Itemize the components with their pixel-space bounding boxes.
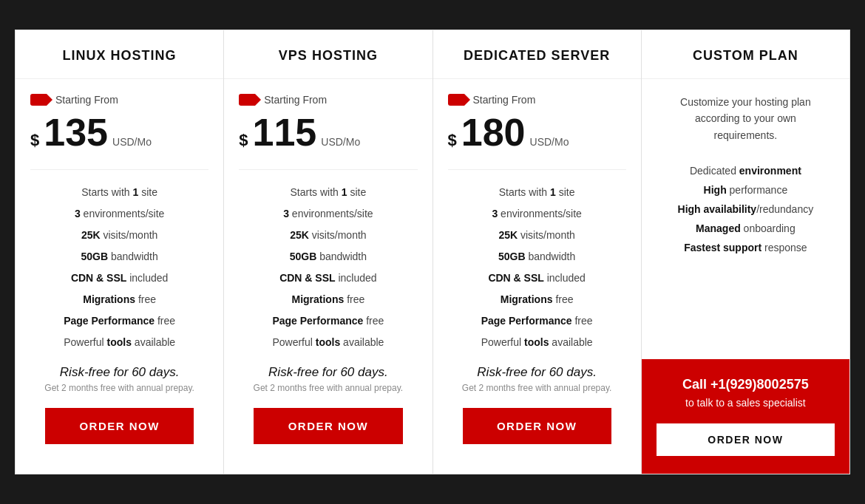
starting-from-dedicated: Starting From: [448, 94, 626, 106]
feature-item: 50GB bandwidth: [448, 246, 626, 268]
starting-from-vps: Starting From: [239, 94, 417, 106]
order-button-custom[interactable]: ORDER NOW: [657, 423, 835, 456]
card-linux: LINUX HOSTING Starting From $ 135 USD/Mo…: [15, 30, 224, 474]
card-body-vps: Starting From $ 115 USD/Mo Starts with 1…: [224, 79, 432, 474]
feature-item: Starts with 1 site: [239, 182, 417, 203]
feature-item: Starts with 1 site: [30, 182, 208, 203]
card-body-dedicated: Starting From $ 180 USD/Mo Starts with 1…: [433, 79, 641, 474]
custom-feature-item: Fastest support response: [657, 238, 835, 257]
pricing-container: LINUX HOSTING Starting From $ 135 USD/Mo…: [15, 30, 850, 474]
feature-item: CDN & SSL included: [30, 268, 208, 289]
order-button-dedicated[interactable]: ORDER NOW: [463, 408, 611, 444]
card-title-linux: LINUX HOSTING: [30, 48, 208, 64]
price-period-dedicated: USD/Mo: [530, 136, 569, 148]
card-vps: VPS HOSTING Starting From $ 115 USD/Mo S…: [224, 30, 432, 474]
features-list-linux: Starts with 1 site3 environments/site25K…: [30, 182, 208, 353]
card-header-vps: VPS HOSTING: [224, 30, 432, 79]
feature-item: 25K visits/month: [30, 225, 208, 246]
price-period-linux: USD/Mo: [112, 136, 152, 148]
divider-dedicated: [448, 169, 626, 170]
custom-description: Customize your hosting plan according to…: [657, 94, 835, 143]
price-dollar-vps: $: [239, 131, 248, 150]
features-list-vps: Starts with 1 site3 environments/site25K…: [239, 182, 417, 353]
price-amount-linux: 135: [44, 113, 108, 151]
feature-item: CDN & SSL included: [448, 268, 626, 289]
tag-icon-vps: [239, 94, 255, 106]
custom-features-list: Dedicated environmentHigh performanceHig…: [657, 161, 835, 257]
feature-item: 50GB bandwidth: [239, 246, 417, 268]
card-body-custom: Customize your hosting plan according to…: [642, 79, 849, 359]
feature-item: 3 environments/site: [239, 203, 417, 225]
price-amount-vps: 115: [253, 113, 317, 151]
order-button-linux[interactable]: ORDER NOW: [45, 408, 194, 444]
feature-item: Powerful tools available: [448, 332, 626, 353]
custom-feature-item: Managed onboarding: [657, 219, 835, 238]
prepay-note-vps: Get 2 months free with annual prepay.: [239, 383, 417, 393]
price-row-dedicated: $ 180 USD/Mo: [448, 113, 626, 151]
feature-item: Starts with 1 site: [448, 182, 626, 203]
card-body-linux: Starting From $ 135 USD/Mo Starts with 1…: [16, 79, 223, 474]
tag-icon-linux: [30, 94, 47, 106]
features-list-dedicated: Starts with 1 site3 environments/site25K…: [448, 182, 626, 353]
feature-item: Page Performance free: [239, 310, 417, 332]
starting-from-text-dedicated: Starting From: [473, 94, 536, 106]
price-row-vps: $ 115 USD/Mo: [239, 113, 417, 151]
custom-phone: Call +1(929)8002575: [657, 377, 835, 392]
feature-item: Powerful tools available: [239, 332, 417, 353]
risk-free-vps: Risk-free for 60 days.: [239, 365, 417, 380]
feature-item: Migrations free: [239, 289, 417, 310]
price-row-linux: $ 135 USD/Mo: [30, 113, 208, 151]
custom-feature-item: High availability/redundancy: [657, 200, 835, 219]
card-header-custom: CUSTOM PLAN: [642, 30, 849, 79]
price-dollar-dedicated: $: [448, 131, 457, 150]
divider-linux: [30, 169, 208, 170]
risk-free-linux: Risk-free for 60 days.: [30, 365, 208, 380]
prepay-note-linux: Get 2 months free with annual prepay.: [30, 383, 208, 393]
divider-vps: [239, 169, 417, 170]
feature-item: CDN & SSL included: [239, 268, 417, 289]
custom-cta: Call +1(929)8002575 to talk to a sales s…: [642, 359, 849, 474]
feature-item: 25K visits/month: [239, 225, 417, 246]
card-header-linux: LINUX HOSTING: [16, 30, 223, 79]
feature-item: 3 environments/site: [448, 203, 626, 225]
card-header-dedicated: DEDICATED SERVER: [433, 30, 641, 79]
feature-item: Migrations free: [30, 289, 208, 310]
feature-item: Page Performance free: [30, 310, 208, 332]
feature-item: Powerful tools available: [30, 332, 208, 353]
custom-feature-item: Dedicated environment: [657, 161, 835, 180]
price-amount-dedicated: 180: [461, 113, 526, 151]
feature-item: Migrations free: [448, 289, 626, 310]
starting-from-text-linux: Starting From: [55, 94, 118, 106]
starting-from-text-vps: Starting From: [264, 94, 327, 106]
card-dedicated: DEDICATED SERVER Starting From $ 180 USD…: [433, 30, 642, 474]
prepay-note-dedicated: Get 2 months free with annual prepay.: [448, 383, 626, 393]
price-period-vps: USD/Mo: [321, 136, 360, 148]
price-dollar-linux: $: [30, 131, 39, 150]
tag-icon-dedicated: [448, 94, 464, 106]
card-title-custom: CUSTOM PLAN: [657, 48, 835, 64]
feature-item: Page Performance free: [448, 310, 626, 332]
card-title-dedicated: DEDICATED SERVER: [448, 48, 626, 64]
starting-from-linux: Starting From: [30, 94, 208, 106]
risk-free-dedicated: Risk-free for 60 days.: [448, 365, 626, 380]
feature-item: 3 environments/site: [30, 203, 208, 225]
card-custom: CUSTOM PLAN Customize your hosting plan …: [642, 30, 850, 474]
order-button-vps[interactable]: ORDER NOW: [254, 408, 402, 444]
custom-feature-item: High performance: [657, 180, 835, 200]
custom-cta-subtitle: to talk to a sales specialist: [657, 397, 835, 409]
feature-item: 25K visits/month: [448, 225, 626, 246]
card-title-vps: VPS HOSTING: [239, 48, 417, 64]
feature-item: 50GB bandwidth: [30, 246, 208, 268]
